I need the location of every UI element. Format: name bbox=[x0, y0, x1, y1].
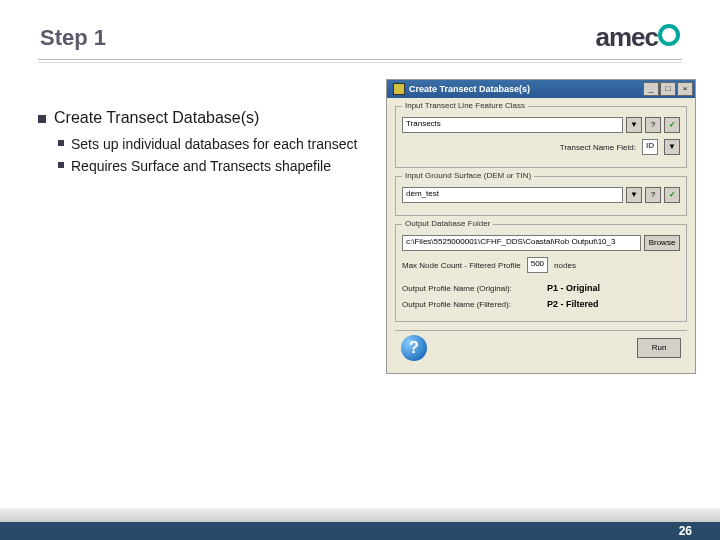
bullet-text: Create Transect Database(s) bbox=[54, 109, 259, 127]
orig-row: Output Profile Name (Original): P1 - Ori… bbox=[402, 283, 680, 293]
bullet-text: Sets up individual databases for each tr… bbox=[71, 135, 357, 153]
run-button[interactable]: Run bbox=[637, 338, 681, 358]
minimize-button[interactable]: _ bbox=[643, 82, 659, 96]
group-surface-input: Input Ground Surface (DEM or TIN) dem_te… bbox=[395, 176, 687, 216]
dropdown-button[interactable]: ▼ bbox=[626, 117, 642, 133]
namefield-label: Transect Name Field: bbox=[560, 143, 636, 152]
filt-row: Output Profile Name (Filtered): P2 - Fil… bbox=[402, 299, 680, 309]
close-button[interactable]: × bbox=[677, 82, 693, 96]
titlebar-left: Create Transect Database(s) bbox=[393, 83, 530, 95]
titlebar[interactable]: Create Transect Database(s) _ □ × bbox=[387, 80, 695, 98]
namefield-row: Transect Name Field: ID ▼ bbox=[402, 139, 680, 155]
dialog-bottom: ? Run bbox=[395, 330, 687, 365]
divider bbox=[38, 59, 682, 60]
bullet-level2: Sets up individual databases for each tr… bbox=[58, 135, 378, 153]
input-row: Transects ▼ ? ✓ bbox=[402, 117, 680, 133]
dialog-window: Create Transect Database(s) _ □ × Input … bbox=[386, 79, 696, 374]
bullet-level1: Create Transect Database(s) bbox=[38, 109, 378, 127]
app-icon bbox=[393, 83, 405, 95]
maxnode-input[interactable]: 500 bbox=[527, 257, 548, 273]
group-label: Output Database Folder bbox=[402, 219, 493, 228]
maxnode-suffix: nodes bbox=[554, 261, 576, 270]
help-icon[interactable]: ? bbox=[401, 335, 427, 361]
help-button[interactable]: ? bbox=[645, 187, 661, 203]
help-button[interactable]: ? bbox=[645, 117, 661, 133]
surface-input[interactable]: dem_test bbox=[402, 187, 623, 203]
transect-input[interactable]: Transects bbox=[402, 117, 623, 133]
input-row: dem_test ▼ ? ✓ bbox=[402, 187, 680, 203]
slide-header: Step 1 amec bbox=[0, 0, 720, 59]
text-column: Create Transect Database(s) Sets up indi… bbox=[38, 79, 378, 374]
page-number: 26 bbox=[679, 524, 692, 538]
filt-label: Output Profile Name (Filtered): bbox=[402, 300, 537, 309]
logo-circle-icon bbox=[658, 24, 680, 46]
logo-text: amec bbox=[596, 22, 659, 53]
namefield-input[interactable]: ID bbox=[642, 139, 658, 155]
orig-label: Output Profile Name (Original): bbox=[402, 284, 537, 293]
content-area: Create Transect Database(s) Sets up indi… bbox=[0, 63, 720, 374]
slide-footer: 26 bbox=[0, 508, 720, 540]
bullet-level2: Requires Surface and Transects shapefile bbox=[58, 157, 378, 175]
logo: amec bbox=[596, 22, 681, 53]
group-label: Input Ground Surface (DEM or TIN) bbox=[402, 171, 534, 180]
dropdown-button[interactable]: ▼ bbox=[664, 139, 680, 155]
window-title: Create Transect Database(s) bbox=[409, 84, 530, 94]
group-transect-input: Input Transect Line Feature Class Transe… bbox=[395, 106, 687, 168]
orig-value: P1 - Original bbox=[547, 283, 600, 293]
maxnode-row: Max Node Count - Filtered Profile 500 no… bbox=[402, 257, 680, 273]
browse-button[interactable]: Browse bbox=[644, 235, 680, 251]
square-bullet-icon bbox=[38, 115, 46, 123]
output-path-input[interactable]: c:\Files\5525000001\CFHF_DDS\Coastal\Rob… bbox=[402, 235, 641, 251]
square-bullet-icon bbox=[58, 140, 64, 146]
bullet-text: Requires Surface and Transects shapefile bbox=[71, 157, 331, 175]
check-button[interactable]: ✓ bbox=[664, 187, 680, 203]
screenshot-column: Create Transect Database(s) _ □ × Input … bbox=[386, 79, 696, 374]
square-bullet-icon bbox=[58, 162, 64, 168]
footer-bar-light bbox=[0, 508, 720, 522]
filt-value: P2 - Filtered bbox=[547, 299, 599, 309]
path-row: c:\Files\5525000001\CFHF_DDS\Coastal\Rob… bbox=[402, 235, 680, 251]
dialog-body: Input Transect Line Feature Class Transe… bbox=[387, 98, 695, 373]
maximize-button[interactable]: □ bbox=[660, 82, 676, 96]
window-buttons: _ □ × bbox=[643, 82, 693, 96]
slide-title: Step 1 bbox=[40, 25, 106, 51]
footer-bar-dark: 26 bbox=[0, 522, 720, 540]
group-output-folder: Output Database Folder c:\Files\55250000… bbox=[395, 224, 687, 322]
dropdown-button[interactable]: ▼ bbox=[626, 187, 642, 203]
group-label: Input Transect Line Feature Class bbox=[402, 101, 528, 110]
maxnode-label: Max Node Count - Filtered Profile bbox=[402, 261, 521, 270]
check-button[interactable]: ✓ bbox=[664, 117, 680, 133]
